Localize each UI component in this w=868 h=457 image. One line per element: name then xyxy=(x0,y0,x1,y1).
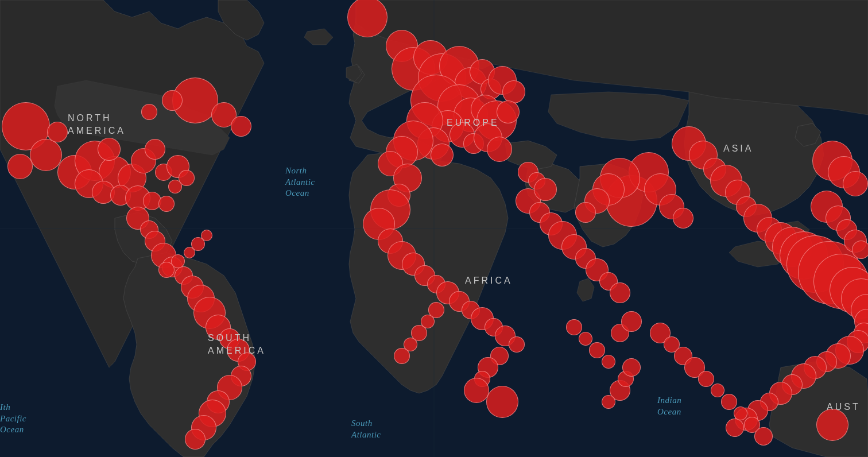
world-map-svg xyxy=(0,0,868,457)
map-container: NorthAtlanticOcean SouthAtlantic IndianO… xyxy=(0,0,868,457)
